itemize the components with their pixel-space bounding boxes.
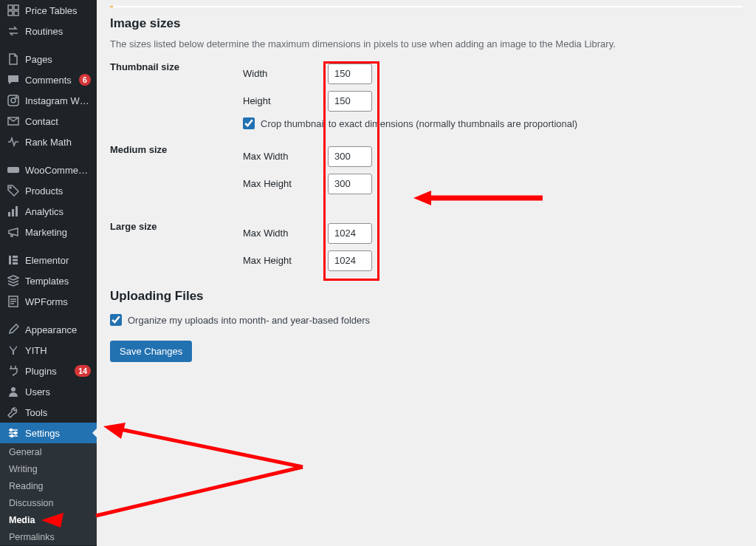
svg-point-5 [11, 98, 16, 103]
sidebar-sub-writing[interactable]: Writing [0, 460, 97, 477]
sidebar-item-label: WooCommerce [25, 165, 91, 176]
medium-maxwidth-input[interactable] [328, 146, 372, 167]
grid-icon [7, 4, 20, 16]
svg-rect-3 [14, 11, 18, 16]
megaphone-icon [7, 226, 20, 238]
sidebar-item-products[interactable]: Products [0, 180, 97, 201]
thumbnail-crop-checkbox[interactable] [243, 117, 255, 129]
user-icon [7, 386, 20, 397]
svg-point-8 [10, 187, 11, 188]
sidebar-item-pages[interactable]: Pages [0, 49, 97, 69]
thumbnail-height-input[interactable] [328, 91, 372, 112]
large-maxwidth-input[interactable] [328, 223, 372, 244]
update-notice-bar [110, 6, 743, 7]
brush-icon [7, 324, 20, 335]
svg-rect-10 [12, 209, 14, 216]
thumbnail-width-label: Width [243, 68, 328, 79]
sidebar-item-appearance[interactable]: Appearance [0, 319, 97, 340]
medium-maxwidth-label: Max Width [243, 151, 328, 162]
tag-icon [7, 185, 20, 197]
svg-point-20 [11, 435, 13, 437]
svg-rect-7 [7, 167, 19, 173]
pulse-icon [7, 136, 20, 148]
image-sizes-heading: Image sizes [110, 16, 743, 31]
sidebar-item-analytics[interactable]: Analytics [0, 201, 97, 222]
sidebar-item-price-tables[interactable]: Price Tables [0, 0, 97, 21]
svg-point-6 [16, 97, 17, 98]
sidebar-sub-discussion[interactable]: Discussion [0, 494, 97, 511]
svg-rect-14 [13, 259, 18, 262]
image-sizes-desc: The sizes listed below determine the max… [110, 38, 743, 50]
svg-point-17 [11, 387, 16, 392]
wrench-icon [7, 406, 20, 418]
sidebar-item-label: Elementor [25, 255, 91, 266]
sidebar-sub-media[interactable]: Media [0, 511, 97, 528]
sidebar-sub-general[interactable]: General [0, 443, 97, 460]
sidebar-badge: 14 [75, 365, 91, 377]
sidebar-item-label: Rank Math [25, 137, 91, 148]
stack-icon [7, 275, 20, 287]
swap-icon [7, 25, 20, 37]
sidebar-item-yith[interactable]: YITH [0, 340, 97, 361]
svg-rect-9 [8, 212, 10, 216]
thumbnail-size-label: Thumbnail size [110, 60, 243, 72]
sidebar-item-woocommerce[interactable]: WooCommerce [0, 160, 97, 180]
envelope-icon [7, 115, 20, 127]
thumbnail-width-input[interactable] [328, 64, 372, 84]
sidebar-item-label: WPForms [25, 296, 91, 307]
thumbnail-height-label: Height [243, 95, 328, 106]
sidebar-item-label: Templates [25, 276, 91, 287]
sidebar-item-label: Analytics [25, 206, 91, 217]
sidebar-item-contact[interactable]: Contact [0, 111, 97, 132]
thumbnail-crop-label: Crop thumbnail to exact dimensions (norm… [261, 118, 577, 129]
sidebar-item-templates[interactable]: Templates [0, 270, 97, 291]
comment-icon [7, 74, 20, 86]
yith-icon [7, 344, 20, 356]
svg-point-19 [15, 432, 17, 434]
sidebar-item-routines[interactable]: Routines [0, 21, 97, 41]
sidebar-item-label: Users [25, 386, 91, 397]
sidebar-item-label: Products [25, 185, 91, 197]
wpforms-icon [7, 296, 20, 307]
sidebar-item-instagram-widget[interactable]: Instagram Widget [0, 90, 97, 111]
medium-maxheight-input[interactable] [328, 174, 372, 194]
sidebar-item-label: Contact [25, 116, 91, 127]
sidebar-item-marketing[interactable]: Marketing [0, 222, 97, 242]
medium-maxheight-label: Max Height [243, 178, 328, 189]
bars-icon [7, 205, 20, 217]
sidebar-item-tools[interactable]: Tools [0, 402, 97, 423]
save-changes-button[interactable]: Save Changes [110, 341, 192, 362]
large-size-label: Large size [110, 219, 243, 232]
sidebar-sub-reading[interactable]: Reading [0, 477, 97, 494]
sidebar-item-users[interactable]: Users [0, 381, 97, 402]
sidebar-item-rank-math[interactable]: Rank Math [0, 132, 97, 152]
large-maxheight-label: Max Height [243, 255, 328, 266]
sidebar-item-label: Instagram Widget [25, 95, 91, 106]
sidebar-item-elementor[interactable]: Elementor [0, 250, 97, 270]
sidebar-item-comments[interactable]: Comments6 [0, 69, 97, 90]
sidebar-item-label: Appearance [25, 324, 91, 335]
sidebar-badge: 6 [79, 74, 91, 86]
sidebar-item-settings[interactable]: Settings [0, 423, 97, 443]
sidebar-item-label: Settings [25, 428, 91, 439]
medium-size-label: Medium size [110, 143, 243, 155]
svg-rect-0 [8, 5, 13, 10]
woo-icon [7, 164, 20, 176]
sidebar-item-wpforms[interactable]: WPForms [0, 291, 97, 312]
instagram-icon [7, 95, 20, 106]
sidebar-item-label: Tools [25, 407, 91, 418]
page-icon [7, 53, 20, 65]
sliders-icon [7, 427, 20, 439]
large-maxwidth-label: Max Width [243, 228, 328, 239]
svg-point-18 [10, 429, 13, 431]
sidebar-sub-permalinks[interactable]: Permalinks [0, 528, 97, 545]
sidebar-item-plugins[interactable]: Plugins14 [0, 361, 97, 381]
sidebar-item-label: Comments [25, 75, 76, 86]
svg-rect-15 [13, 262, 18, 265]
svg-rect-11 [16, 206, 18, 216]
sidebar-item-label: YITH [25, 345, 91, 356]
large-maxheight-input[interactable] [328, 250, 372, 271]
organize-uploads-checkbox[interactable] [110, 314, 122, 326]
sidebar-item-label: Plugins [25, 366, 72, 377]
sidebar-item-label: Marketing [25, 227, 91, 238]
